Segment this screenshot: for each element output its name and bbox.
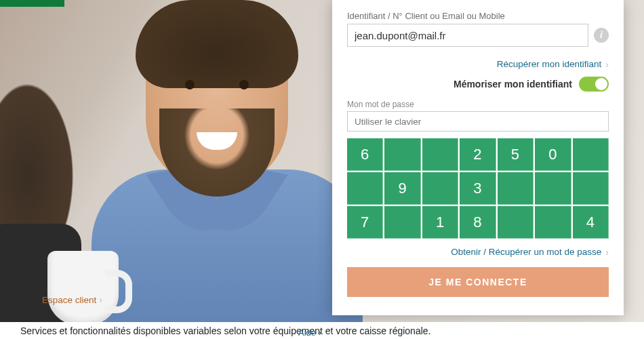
keypad-blank[interactable]	[422, 172, 458, 205]
keypad-digit-5[interactable]: 5	[498, 138, 534, 171]
keypad-blank[interactable]	[384, 138, 420, 171]
keypad-digit-2[interactable]: 2	[460, 138, 496, 171]
recover-password-text: Obtenir / Récupérer un mot de passe	[451, 247, 601, 257]
chevron-right-icon: ›	[605, 247, 609, 258]
coffee-cup	[47, 251, 119, 322]
keypad-blank[interactable]	[498, 206, 534, 239]
recover-identifier-text: Récupérer mon identifiant	[497, 59, 602, 69]
recover-identifier-link[interactable]: Récupérer mon identifiant ›	[497, 59, 609, 70]
keypad-blank[interactable]	[347, 172, 383, 205]
keypad-blank[interactable]	[573, 138, 609, 171]
login-card: Identifiant / N° Client ou Email ou Mobi…	[332, 0, 624, 315]
remember-toggle[interactable]	[579, 77, 609, 92]
connect-button[interactable]: JE ME CONNECTE	[347, 267, 609, 297]
footer: Services et fonctionnalités disponibles …	[0, 322, 644, 339]
disclaimer-text: Services et fonctionnalités disponibles …	[20, 325, 430, 336]
keypad-blank[interactable]	[535, 172, 571, 205]
espace-client-link[interactable]: Espace client ›	[42, 294, 102, 305]
keypad-digit-0[interactable]: 0	[535, 138, 571, 171]
keypad-digit-4[interactable]: 4	[573, 206, 609, 239]
keypad-digit-1[interactable]: 1	[422, 206, 458, 239]
info-icon[interactable]: i	[594, 28, 609, 43]
keypad-blank[interactable]	[573, 172, 609, 205]
keypad-blank[interactable]	[535, 206, 571, 239]
keypad-digit-6[interactable]: 6	[347, 138, 383, 171]
remember-label: Mémoriser mon identifiant	[454, 79, 572, 89]
identifier-label: Identifiant / N° Client ou Email ou Mobi…	[347, 11, 609, 21]
keypad-blank[interactable]	[498, 172, 534, 205]
brand-bar	[0, 0, 64, 7]
help-link[interactable]: Aide ›	[298, 327, 321, 338]
password-label: Mon mot de passe	[347, 100, 609, 109]
recover-password-link[interactable]: Obtenir / Récupérer un mot de passe ›	[451, 247, 609, 258]
virtual-keypad: 6250937184	[347, 138, 609, 239]
chevron-right-icon: ›	[99, 294, 102, 305]
keypad-digit-3[interactable]: 3	[460, 172, 496, 205]
keypad-blank[interactable]	[384, 206, 420, 239]
keypad-digit-7[interactable]: 7	[347, 206, 383, 239]
keypad-digit-9[interactable]: 9	[384, 172, 420, 205]
chevron-right-icon: ›	[605, 59, 609, 70]
password-input[interactable]	[347, 111, 609, 132]
keypad-digit-8[interactable]: 8	[460, 206, 496, 239]
hero-background: Identifiant / N° Client ou Email ou Mobi…	[0, 0, 644, 322]
keypad-blank[interactable]	[422, 138, 458, 171]
identifier-input[interactable]	[347, 24, 588, 47]
